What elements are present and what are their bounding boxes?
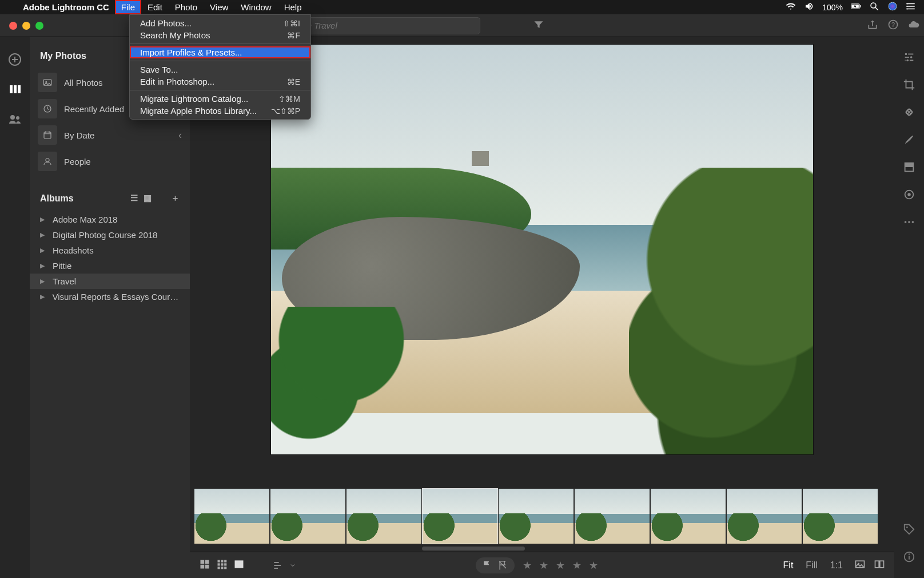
- file-menu-item[interactable]: Edit in Photoshop...⌘E: [130, 76, 310, 88]
- file-menu-item[interactable]: Save To...: [130, 64, 310, 76]
- filmstrip-thumb[interactable]: [194, 489, 269, 544]
- volume-icon[interactable]: [804, 1, 814, 13]
- more-button[interactable]: [902, 215, 917, 229]
- menu-extras-icon[interactable]: [906, 1, 916, 13]
- healing-brush-button[interactable]: [902, 105, 917, 120]
- menu-view[interactable]: View: [204, 0, 234, 14]
- album-item[interactable]: ▶Digital Photog Course 2018: [30, 227, 190, 243]
- svg-point-59: [906, 526, 908, 528]
- help-button[interactable]: ?: [883, 19, 903, 33]
- album-item[interactable]: ▶Visural Reports & Essays Course...: [30, 289, 190, 304]
- info-button[interactable]: [903, 551, 915, 565]
- nav-by-date[interactable]: By Date‹: [30, 122, 190, 148]
- info-rail: [894, 475, 924, 578]
- detail-view-button[interactable]: [233, 559, 245, 572]
- sort-button[interactable]: [272, 560, 296, 571]
- sharing-tab[interactable]: [7, 112, 22, 126]
- compare-view-button[interactable]: [874, 559, 885, 572]
- menu-separator: [130, 90, 310, 90]
- loupe-photo[interactable]: [270, 44, 814, 455]
- zoom-fit[interactable]: Fit: [780, 560, 797, 571]
- file-menu-item[interactable]: Add Photos...⇧⌘I: [130, 17, 310, 29]
- my-photos-tab[interactable]: [7, 82, 22, 97]
- svg-rect-61: [909, 556, 910, 559]
- filmstrip-thumb[interactable]: [651, 489, 726, 544]
- svg-point-3: [871, 3, 876, 8]
- svg-point-55: [907, 193, 911, 196]
- menu-photo[interactable]: Photo: [169, 0, 204, 14]
- zoom-controls: Fit Fill 1:1: [780, 560, 846, 571]
- svg-rect-23: [44, 132, 51, 138]
- file-menu-item[interactable]: Migrate Apple Photos Library...⌥⇧⌘P: [130, 105, 310, 117]
- svg-rect-42: [875, 561, 879, 568]
- album-label: Adobe Max 2018: [53, 215, 117, 224]
- window-close-button[interactable]: [9, 22, 17, 30]
- share-button[interactable]: [862, 19, 883, 33]
- brush-button[interactable]: [902, 132, 917, 147]
- filmstrip-thumb[interactable]: [727, 489, 802, 544]
- square-grid-view-button[interactable]: [216, 559, 228, 572]
- file-menu-item[interactable]: Migrate Lightroom Catalog...⇧⌘M: [130, 93, 310, 105]
- cloud-sync-icon[interactable]: [903, 19, 924, 33]
- radial-gradient-button[interactable]: [902, 187, 917, 202]
- battery-icon[interactable]: [851, 1, 861, 13]
- crop-button[interactable]: [902, 77, 917, 92]
- albums-view-list-icon[interactable]: ☰: [130, 193, 138, 204]
- siri-icon[interactable]: [887, 1, 898, 13]
- linear-gradient-button[interactable]: [902, 160, 917, 175]
- zoom-fill[interactable]: Fill: [802, 560, 821, 571]
- search-input[interactable]: [285, 21, 474, 30]
- filmstrip-thumb[interactable]: [575, 489, 650, 544]
- rating-stars[interactable]: ★ ★ ★ ★ ★: [523, 559, 600, 572]
- calendar-icon: [38, 125, 57, 145]
- chevron-right-icon: ▶: [40, 262, 48, 270]
- svg-point-19: [16, 116, 19, 120]
- chevron-right-icon: ▶: [40, 231, 48, 239]
- nav-people[interactable]: People: [30, 148, 190, 175]
- album-item[interactable]: ▶Travel: [30, 274, 190, 289]
- albums-view-grid-icon[interactable]: ▦: [144, 193, 152, 204]
- album-label: Travel: [53, 276, 76, 286]
- svg-rect-31: [224, 560, 226, 562]
- zoom-1to1[interactable]: 1:1: [827, 560, 846, 571]
- file-menu-item[interactable]: Import Profiles & Presets...: [130, 46, 310, 58]
- filmstrip-thumb[interactable]: [346, 489, 421, 544]
- menu-window[interactable]: Window: [234, 0, 277, 14]
- album-item[interactable]: ▶Pittie: [30, 258, 190, 274]
- spotlight-icon[interactable]: [869, 1, 879, 13]
- window-minimize-button[interactable]: [22, 22, 30, 30]
- menu-file[interactable]: File: [115, 0, 141, 14]
- svg-point-6: [889, 2, 897, 10]
- edit-panel-button[interactable]: [902, 50, 917, 65]
- album-item[interactable]: ▶Adobe Max 2018: [30, 212, 190, 227]
- wifi-icon[interactable]: [786, 1, 796, 13]
- svg-rect-29: [218, 560, 220, 562]
- filmstrip-scrollbar[interactable]: [190, 546, 894, 552]
- window-zoom-button[interactable]: [35, 22, 43, 30]
- file-menu-item[interactable]: Search My Photos⌘F: [130, 29, 310, 41]
- menu-help[interactable]: Help: [278, 0, 308, 14]
- svg-point-49: [910, 112, 911, 113]
- grid-view-button[interactable]: [199, 559, 210, 572]
- svg-rect-15: [10, 85, 13, 93]
- filmstrip-thumb[interactable]: [803, 489, 878, 544]
- flag-controls[interactable]: [476, 557, 515, 573]
- left-rail: [0, 37, 30, 578]
- svg-point-24: [46, 159, 49, 162]
- filmstrip-thumb[interactable]: [270, 489, 345, 544]
- album-label: Visural Reports & Essays Course...: [53, 292, 182, 302]
- svg-text:?: ?: [891, 21, 895, 28]
- filmstrip-thumb[interactable]: [423, 489, 497, 544]
- svg-rect-47: [905, 108, 914, 117]
- album-label: Headshots: [53, 246, 94, 255]
- keywords-button[interactable]: [903, 523, 915, 538]
- add-photos-button[interactable]: [7, 52, 22, 67]
- app-name[interactable]: Adobe Lightroom CC: [17, 2, 115, 12]
- filmstrip[interactable]: [190, 486, 894, 546]
- album-item[interactable]: ▶Headshots: [30, 243, 190, 258]
- show-original-button[interactable]: [854, 559, 866, 572]
- filter-button[interactable]: [528, 19, 549, 33]
- filmstrip-thumb[interactable]: [499, 489, 573, 544]
- albums-add-button[interactable]: ＋: [171, 193, 180, 204]
- menu-edit[interactable]: Edit: [141, 0, 169, 14]
